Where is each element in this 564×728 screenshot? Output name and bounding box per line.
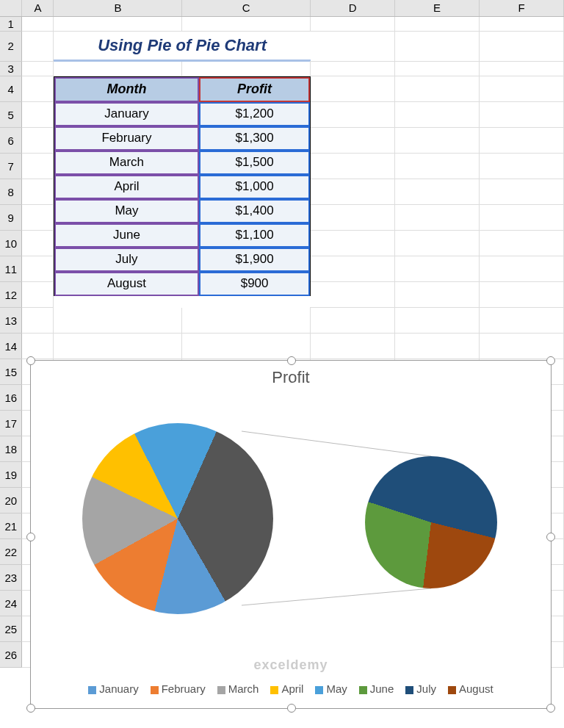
legend-item[interactable]: March [217,682,259,695]
row-header[interactable]: 11 [0,256,22,282]
cell-profit[interactable]: $1,300 [199,126,310,151]
chart-object[interactable]: Profit exceldemy JanuaryFebruaryMarchApr… [30,360,552,709]
legend-item[interactable]: August [448,682,494,695]
chart-legend[interactable]: JanuaryFebruaryMarchAprilMayJuneJulyAugu… [31,682,551,695]
cell-profit[interactable]: $1,200 [199,102,310,126]
resize-handle[interactable] [546,533,555,541]
col-header-F[interactable]: F [480,0,564,16]
cell-month[interactable]: April [54,175,199,199]
legend-item[interactable]: June [359,682,394,695]
legend-item[interactable]: July [405,682,436,695]
header-month[interactable]: Month [54,77,199,102]
row-header[interactable]: 5 [0,102,22,128]
row-header[interactable]: 21 [0,513,22,539]
cell-month[interactable]: June [54,223,199,248]
row-header[interactable]: 20 [0,488,22,513]
resize-handle[interactable] [26,356,35,365]
resize-handle[interactable] [287,356,296,365]
secondary-pie[interactable] [365,456,497,588]
resize-handle[interactable] [287,704,296,713]
chart-title[interactable]: Profit [31,368,551,387]
cell-month[interactable]: May [54,199,199,223]
resize-handle[interactable] [546,704,555,713]
cell-profit[interactable]: $1,100 [199,223,310,248]
primary-pie[interactable] [82,423,273,614]
resize-handle[interactable] [26,533,35,541]
header-profit[interactable]: Profit [199,77,310,102]
row-header[interactable]: 25 [0,616,22,642]
row-header[interactable]: 18 [0,436,22,462]
cell-profit[interactable]: $1,500 [199,151,310,175]
select-all-cell[interactable] [0,0,22,16]
row-header[interactable]: 17 [0,411,22,436]
row-header[interactable]: 14 [0,334,22,359]
row-header[interactable]: 4 [0,76,22,102]
col-header-B[interactable]: B [54,0,182,16]
svg-line-1 [242,588,431,605]
row-header[interactable]: 2 [0,31,22,62]
row-header[interactable]: 9 [0,205,22,231]
row-header[interactable]: 23 [0,565,22,591]
col-header-E[interactable]: E [395,0,480,16]
watermark: exceldemy [253,657,328,673]
resize-handle[interactable] [546,356,555,365]
legend-item[interactable]: April [270,682,303,695]
row-header[interactable]: 26 [0,642,22,668]
row-header[interactable]: 16 [0,385,22,411]
cell-month[interactable]: July [54,248,199,272]
cell-month[interactable]: January [54,102,199,126]
row-header[interactable]: 8 [0,179,22,205]
row-header[interactable]: 6 [0,128,22,154]
legend-item[interactable]: May [315,682,347,695]
legend-item[interactable]: January [88,682,138,695]
cell-profit[interactable]: $1,900 [199,248,310,272]
row-header[interactable]: 13 [0,308,22,334]
legend-item[interactable]: February [151,682,206,695]
col-header-D[interactable]: D [311,0,395,16]
cell-profit[interactable]: $1,000 [199,175,310,199]
row-header[interactable]: 19 [0,462,22,488]
resize-handle[interactable] [26,704,35,713]
col-header-C[interactable]: C [182,0,311,16]
row-header[interactable]: 12 [0,282,22,308]
svg-line-0 [242,431,431,456]
row-header[interactable]: 3 [0,62,22,76]
row-header[interactable]: 1 [0,16,22,31]
row-header[interactable]: 22 [0,539,22,565]
row-header[interactable]: 7 [0,154,22,179]
cell-month[interactable]: February [54,126,199,151]
worksheet-title: Using Pie of Pie Chart [54,32,310,62]
cell-month[interactable]: March [54,151,199,175]
cell-month[interactable]: August [54,272,199,296]
row-header[interactable]: 15 [0,359,22,385]
cell-profit[interactable]: $1,400 [199,199,310,223]
data-table[interactable]: Month Profit January$1,200 February$1,30… [54,76,310,296]
row-header[interactable]: 10 [0,231,22,256]
cell-profit[interactable]: $900 [199,272,310,296]
row-header[interactable]: 24 [0,591,22,616]
col-header-A[interactable]: A [22,0,54,16]
